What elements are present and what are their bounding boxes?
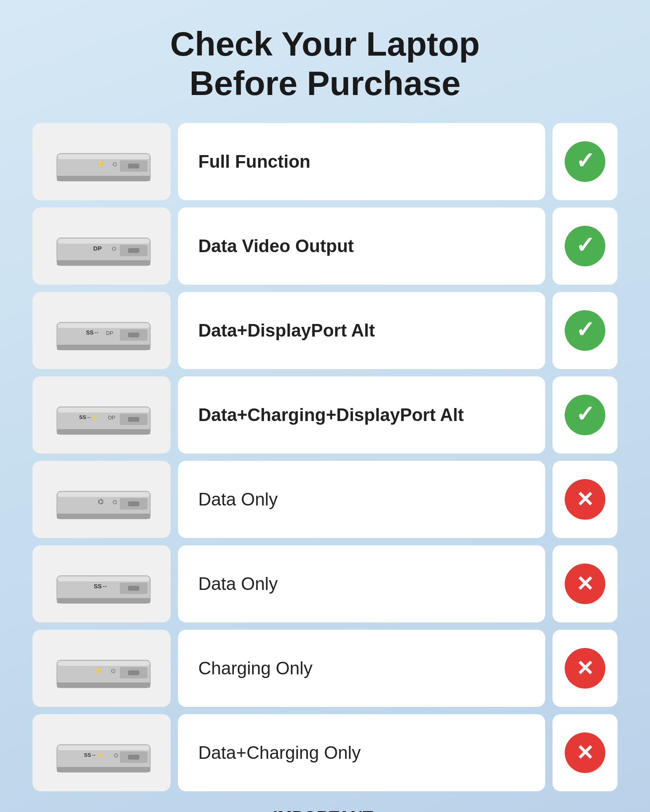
- important-title: IMPORTANT:: [71, 808, 579, 812]
- laptop-image-6: SS↔: [32, 545, 171, 622]
- svg-text:SS↔: SS↔: [93, 583, 108, 590]
- status-icon-3: [552, 292, 618, 369]
- row-label-1: Full Function: [178, 123, 545, 200]
- cross-icon-5: [565, 479, 605, 520]
- row-label-6: Data Only: [178, 545, 545, 622]
- svg-text:SS↔⚡: SS↔⚡: [79, 414, 98, 421]
- check-icon-4: [565, 395, 605, 435]
- svg-text:⌬: ⌬: [98, 498, 104, 505]
- svg-rect-2: [57, 176, 150, 181]
- page-wrapper: Check Your Laptop Before Purchase ⚡⌬ Ful…: [32, 24, 618, 812]
- row-label-2: Data Video Output: [178, 207, 545, 285]
- svg-text:SS↔: SS↔: [86, 329, 100, 336]
- row-label-8: Data+Charging Only: [178, 714, 545, 791]
- compatibility-table: ⚡⌬ Full Function DP⌬ Data Video Output S…: [32, 123, 618, 791]
- cross-icon-6: [565, 564, 605, 604]
- table-row-7: ⚡⌬ Charging Only: [32, 630, 618, 707]
- svg-rect-9: [57, 260, 150, 266]
- laptop-image-4: SS↔⚡DP: [32, 376, 171, 454]
- check-icon-1: [565, 141, 605, 182]
- status-icon-1: [552, 123, 618, 200]
- svg-rect-45: [128, 670, 139, 675]
- svg-text:DP: DP: [93, 245, 102, 252]
- svg-rect-36: [58, 577, 150, 581]
- check-icon-3: [565, 310, 605, 351]
- svg-rect-23: [57, 429, 150, 434]
- status-icon-4: [552, 376, 618, 454]
- svg-text:⌬: ⌬: [111, 668, 115, 674]
- status-icon-6: [552, 545, 618, 622]
- svg-text:DP: DP: [106, 330, 113, 336]
- status-icon-5: [552, 461, 618, 538]
- table-row-2: DP⌬ Data Video Output: [32, 207, 618, 285]
- svg-rect-49: [58, 745, 150, 750]
- table-row-1: ⚡⌬ Full Function: [32, 123, 618, 200]
- table-row-3: SS↔DP Data+DisplayPort Alt: [32, 292, 618, 369]
- svg-rect-30: [57, 514, 150, 519]
- check-icon-2: [565, 226, 605, 266]
- svg-rect-16: [57, 345, 150, 350]
- svg-rect-43: [57, 682, 150, 688]
- row-label-4: Data+Charging+DisplayPort Alt: [178, 376, 545, 454]
- svg-rect-22: [58, 408, 150, 412]
- svg-rect-37: [57, 598, 150, 603]
- laptop-image-7: ⚡⌬: [32, 630, 171, 707]
- svg-text:DP: DP: [108, 415, 115, 421]
- page-title: Check Your Laptop Before Purchase: [170, 24, 480, 103]
- svg-text:⌬: ⌬: [113, 499, 117, 505]
- svg-rect-42: [58, 661, 150, 666]
- row-label-5: Data Only: [178, 461, 545, 538]
- svg-text:⚡: ⚡: [94, 667, 102, 674]
- svg-text:SS↔⚡: SS↔⚡: [84, 752, 103, 758]
- svg-text:⌬: ⌬: [113, 161, 117, 167]
- svg-rect-39: [128, 586, 139, 591]
- table-row-6: SS↔ Data Only: [32, 545, 618, 622]
- svg-text:⌬: ⌬: [114, 752, 118, 758]
- svg-rect-25: [128, 417, 139, 422]
- table-row-8: SS↔⚡⌬ Data+Charging Only: [32, 714, 618, 791]
- svg-text:⌬: ⌬: [112, 246, 116, 252]
- important-section: IMPORTANT: Please make sure the USB C po…: [46, 808, 604, 812]
- svg-rect-50: [57, 767, 150, 772]
- svg-rect-29: [58, 492, 150, 497]
- status-icon-2: [552, 207, 618, 285]
- svg-rect-18: [128, 333, 139, 337]
- laptop-image-5: ⌬⌬: [32, 461, 171, 538]
- svg-rect-32: [128, 501, 139, 506]
- laptop-image-1: ⚡⌬: [32, 123, 171, 200]
- svg-rect-15: [58, 323, 150, 328]
- svg-rect-52: [128, 755, 139, 760]
- table-row-5: ⌬⌬ Data Only: [32, 461, 618, 538]
- svg-rect-11: [128, 248, 139, 253]
- cross-icon-8: [565, 732, 605, 773]
- svg-rect-4: [128, 164, 139, 168]
- laptop-image-2: DP⌬: [32, 207, 171, 285]
- svg-rect-1: [58, 154, 150, 159]
- laptop-image-8: SS↔⚡⌬: [32, 714, 171, 791]
- status-icon-7: [552, 630, 618, 707]
- row-label-7: Charging Only: [178, 630, 545, 707]
- table-row-4: SS↔⚡DP Data+Charging+DisplayPort Alt: [32, 376, 618, 454]
- cross-icon-7: [565, 648, 605, 689]
- status-icon-8: [552, 714, 618, 791]
- svg-rect-8: [58, 239, 150, 244]
- svg-text:⚡: ⚡: [96, 159, 106, 168]
- laptop-image-3: SS↔DP: [32, 292, 171, 369]
- row-label-3: Data+DisplayPort Alt: [178, 292, 545, 369]
